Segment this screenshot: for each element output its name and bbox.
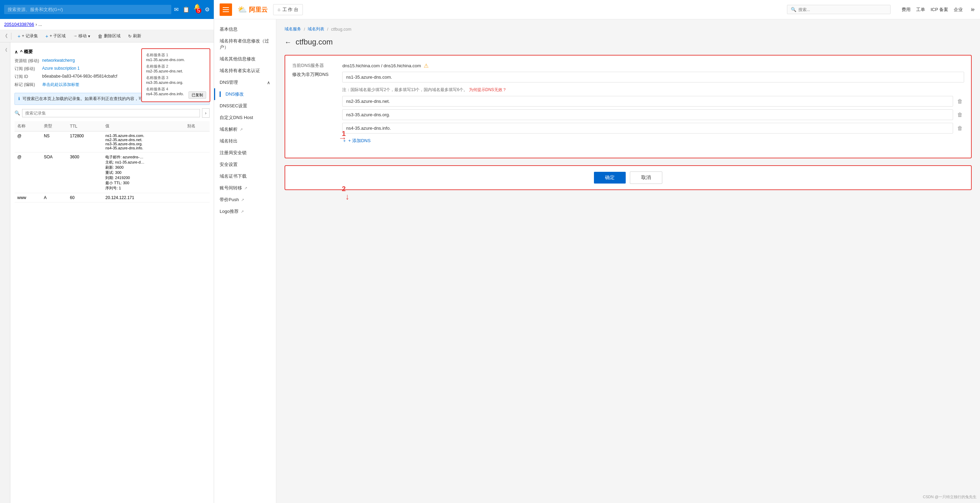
dns2-delete-btn[interactable]: 🗑 — [956, 97, 964, 106]
page-title-area: ← ctfbug.com — [285, 38, 972, 46]
cell-ttl: 172800 — [67, 132, 103, 152]
nav-cost[interactable]: 费用 — [902, 6, 911, 13]
subscription-link[interactable]: 205104338766 — [4, 22, 34, 27]
col-ttl: TTL — [67, 121, 103, 132]
workbench-label: 工 作 台 — [282, 6, 298, 13]
nav-enterprise[interactable]: 企业 — [954, 6, 963, 13]
external-icon2: ↗ — [244, 186, 247, 190]
sidebar-item-transfer-out[interactable]: 域名转出 — [214, 135, 276, 147]
cell-value: 电子邮件: azuredns-… 主机: ns1-35.azure-d… 刷新:… — [103, 152, 184, 193]
sidebar-item-custom-dns[interactable]: 自定义DNS Host — [214, 112, 276, 124]
workbench-btn[interactable]: ⌂ 工 作 台 — [273, 4, 303, 15]
modify-dns-label[interactable]: 修改为非万网DNS — [292, 71, 328, 78]
ie-badge: Ie — [971, 7, 974, 12]
add-subdomain-btn[interactable]: + + 子区域 — [43, 32, 69, 41]
notification-badge: 5 — [196, 8, 201, 13]
current-dns-text: dns15.hichina.com / dns16.hichina.com — [342, 63, 421, 68]
table-row[interactable]: @ NS 172800 ns1-35.azure-dns.com. ns2-35… — [14, 132, 210, 152]
header-search-input[interactable] — [799, 7, 887, 12]
add-record-btn[interactable]: + + 记录集 — [15, 32, 41, 41]
delete-zone-btn[interactable]: 🗑 删除区域 — [95, 32, 123, 41]
sidebar-group-dns[interactable]: DNS管理 ∧ — [214, 76, 276, 88]
table-row[interactable]: www A 60 20.124.122.171 — [14, 193, 210, 203]
settings-icon[interactable]: ⚙ — [205, 6, 210, 13]
delete-icon: 🗑 — [98, 33, 103, 39]
ns1-value: ns1-35.azure-dns.com. — [146, 58, 205, 62]
sidebar-label-custom-dns: 自定义DNS Host — [220, 114, 253, 121]
search-records-input[interactable] — [22, 109, 200, 117]
table-row[interactable]: @ SOA 3600 电子邮件: azuredns-… 主机: ns1-35.a… — [14, 152, 210, 193]
ns2-label: 名称服务器 2 — [146, 64, 205, 69]
col-type: 类型 — [41, 121, 67, 132]
subscription-value[interactable]: Azure subscription 1 — [42, 66, 80, 72]
back-btn[interactable]: ← — [285, 38, 291, 46]
sidebar-label-account-transfer: 账号间转移 — [220, 185, 242, 191]
dns3-row: 🗑 — [342, 109, 964, 120]
aliyun-breadcrumb: 域名服务 / 域名列表 / ctfbug.com — [285, 26, 972, 32]
sidebar-item-cert[interactable]: 域名证书下载 — [214, 170, 276, 182]
move-btn[interactable]: → 移动 ▾ — [70, 32, 93, 41]
add-dns-label: + 添加DNS — [348, 138, 371, 144]
sidebar-item-dnssec[interactable]: DNSSEC设置 — [214, 100, 276, 112]
email-icon[interactable]: ✉ — [174, 6, 178, 13]
search-records-bar: 🔍 › — [14, 108, 210, 117]
sidebar-label-basic-info: 基本信息 — [220, 26, 237, 32]
overview-caret: ∧ — [14, 49, 18, 54]
breadcrumb-domain-list[interactable]: 域名列表 — [308, 26, 324, 32]
dns3-input[interactable] — [342, 109, 953, 120]
left-breadcrumb: 205104338766 › ... — [0, 19, 214, 30]
collapse-sidebar-btn[interactable]: 《 — [3, 33, 8, 39]
add-subdomain-icon: + — [46, 33, 48, 39]
dns4-input[interactable] — [342, 123, 953, 133]
sidebar-label-logo: Logo推荐 — [220, 208, 239, 214]
sidebar-item-security[interactable]: 安全设置 — [214, 159, 276, 170]
left-search-input[interactable] — [4, 5, 171, 14]
dns2-input[interactable] — [342, 96, 953, 106]
expand-btn[interactable]: › — [202, 108, 210, 117]
dns-invalid-link[interactable]: 为何提示DNS无效？ — [469, 87, 507, 92]
breadcrumb-domain-service[interactable]: 域名服务 — [285, 26, 301, 32]
ns1-row: 名称服务器 1 ns1-35.azure-dns.com. — [146, 52, 205, 62]
sidebar-label-dns-resolve: 域名解析 — [220, 126, 237, 132]
aliyun-logo: ⛅ 阿里云 — [237, 5, 267, 14]
breadcrumb-ellipsis: ... — [38, 22, 42, 27]
sidebar-item-owner-change[interactable]: 域名持有者信息修改（过户） — [214, 35, 276, 53]
home-icon: ⌂ — [278, 7, 280, 12]
sidebar-item-registry-lock[interactable]: 注册局安全锁 — [214, 147, 276, 159]
refresh-btn[interactable]: ↻ 刷新 — [125, 32, 144, 41]
refresh-label: 刷新 — [133, 33, 141, 39]
sidebar-item-other-info[interactable]: 域名其他信息修改 — [214, 53, 276, 65]
resource-group-value[interactable]: networkwatcherrg — [42, 58, 75, 64]
copied-badge: 已复制 — [189, 91, 206, 99]
external-icon: ↗ — [240, 127, 243, 132]
sidebar-item-account-transfer[interactable]: 账号间转移 ↗ — [214, 182, 276, 194]
subscription-id-value: b6eababe-0a83-4704-983c-8f5814cbafcf — [42, 74, 118, 80]
cancel-btn[interactable]: 取消 — [630, 171, 662, 184]
left-sidebar-collapse[interactable]: 《 — [1, 45, 10, 55]
sidebar-label-registry-lock: 注册局安全锁 — [220, 150, 247, 156]
sidebar-item-dns-resolve[interactable]: 域名解析 ↗ — [214, 124, 276, 135]
cell-name: www — [14, 193, 41, 203]
dns4-delete-btn[interactable]: 🗑 — [956, 124, 964, 133]
nav-icp[interactable]: ICP 备案 — [931, 6, 948, 13]
sidebar-item-basic-info[interactable]: 基本信息 — [214, 24, 276, 35]
action-buttons-panel: 确定 取消 — [285, 165, 972, 190]
header-nav: 费用 工单 ICP 备案 企业 — [902, 6, 963, 13]
sidebar-label-push: 带价Push — [220, 197, 239, 203]
sidebar-item-push[interactable]: 带价Push ↗ — [214, 194, 276, 206]
sidebar-item-realname[interactable]: 域名持有者实名认证 — [214, 65, 276, 76]
notification-icon[interactable]: 🔔 5 — [194, 3, 200, 16]
dns3-delete-btn[interactable]: 🗑 — [956, 110, 964, 119]
hamburger-btn[interactable] — [220, 3, 232, 16]
breadcrumb-arrow: › — [35, 22, 37, 27]
tags-value[interactable]: 单击此处以添加标签 — [42, 82, 80, 87]
sidebar-item-logo[interactable]: Logo推荐 ↗ — [214, 206, 276, 217]
bookmark-icon[interactable]: 📋 — [183, 6, 189, 13]
confirm-btn[interactable]: 确定 — [594, 172, 626, 184]
sidebar-item-dns-modify[interactable]: DNS修改 — [214, 88, 276, 100]
nav-ticket[interactable]: 工单 — [916, 6, 925, 13]
dns1-input[interactable] — [342, 72, 964, 83]
refresh-icon: ↻ — [128, 34, 132, 39]
cell-alias — [185, 193, 210, 203]
left-search-icons: ✉ 📋 🔔 5 ⚙ — [174, 3, 210, 16]
